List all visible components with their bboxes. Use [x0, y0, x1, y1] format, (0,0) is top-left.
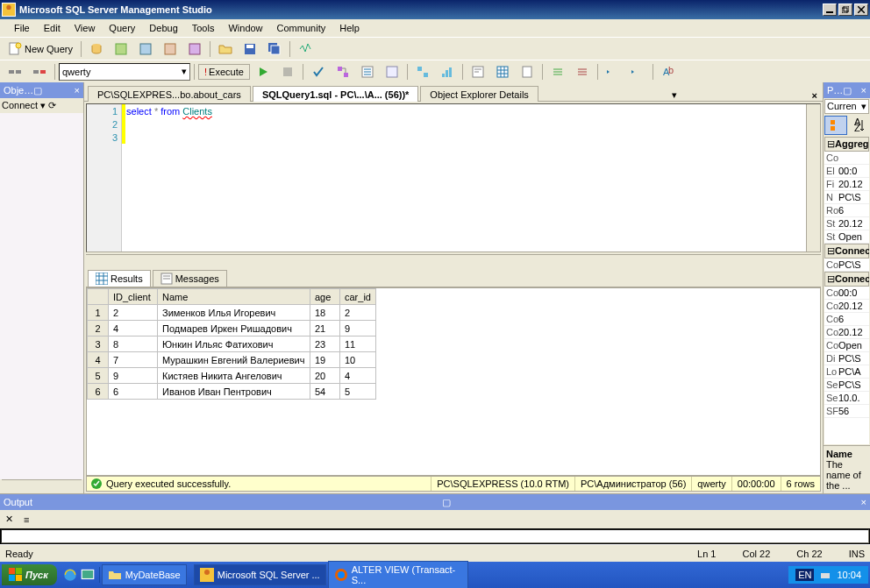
properties-list[interactable]: ⊟ Aggreg Co El00:0 Fi20.12 NPC\S Ro6 St2… — [824, 137, 869, 444]
chevron-down-icon: ▾ — [182, 66, 187, 77]
connect-icon[interactable] — [4, 62, 26, 81]
alphabetical-icon[interactable]: AZ — [848, 116, 870, 135]
specify-values-icon[interactable]: Ab — [657, 62, 680, 81]
language-indicator[interactable]: EN — [795, 569, 814, 581]
stop-icon[interactable] — [276, 62, 299, 81]
properties-object-combo[interactable]: Curren▾ — [824, 99, 869, 114]
connect-button[interactable]: Connect ▾ — [2, 100, 46, 111]
execute-button[interactable]: ! Execute — [198, 64, 250, 80]
editor-scrollbar-h[interactable] — [86, 254, 821, 268]
system-tray[interactable]: EN 10:04 — [788, 566, 868, 584]
svg-rect-8 — [116, 44, 126, 54]
categorized-icon[interactable] — [824, 116, 847, 135]
results-tab[interactable]: Results — [88, 270, 151, 287]
taskbar-item[interactable]: Microsoft SQL Server ... — [194, 564, 326, 585]
status-server: PC\SQLEXPRESS (10.0 RTM) — [431, 477, 574, 491]
tab-dropdown-icon[interactable]: ▾ — [672, 89, 677, 101]
quick-launch — [59, 567, 100, 583]
table-row: 66Иванов Иван Пентрович545 — [88, 384, 376, 400]
query-status-bar: Query executed successfully. PC\SQLEXPRE… — [86, 476, 821, 492]
close-button[interactable] — [854, 4, 868, 16]
menubar: File Edit View Query Debug Tools Window … — [0, 19, 870, 37]
change-connection-icon[interactable] — [28, 62, 51, 81]
svg-rect-52 — [821, 573, 830, 578]
dmx-query-icon[interactable] — [159, 39, 182, 59]
tab-object-explorer-details[interactable]: Object Explorer Details — [420, 86, 538, 102]
debug-icon[interactable] — [252, 62, 275, 81]
database-combo[interactable]: qwerty▾ — [59, 63, 190, 81]
svg-rect-17 — [16, 70, 21, 74]
object-explorer-refresh-icon[interactable]: ⟳ — [48, 100, 56, 111]
menu-file[interactable]: File — [7, 21, 37, 35]
minimize-button[interactable] — [823, 4, 837, 16]
taskbar-item[interactable]: ALTER VIEW (Transact-S... — [328, 561, 468, 588]
analysis-query-icon[interactable] — [110, 39, 132, 59]
menu-help[interactable]: Help — [332, 21, 367, 35]
svg-point-46 — [64, 569, 76, 581]
open-file-icon[interactable] — [214, 39, 237, 59]
results-to-text-icon[interactable] — [467, 62, 489, 81]
menu-community[interactable]: Community — [270, 21, 333, 35]
status-ready: Ready — [5, 549, 33, 559]
svg-rect-28 — [446, 70, 448, 77]
tab-about-cars[interactable]: PC\SQLEXPRES...bo.about_cars — [88, 86, 251, 102]
table-row: 12Зименков Илья Игоревич182 — [88, 305, 376, 321]
results-to-file-icon[interactable] — [516, 62, 538, 81]
output-toggle-icon[interactable]: ≡ — [19, 511, 33, 528]
output-panel: Output▢× ✕ ≡ — [0, 493, 870, 544]
menu-window[interactable]: Window — [221, 21, 269, 35]
intellisense-icon[interactable] — [381, 62, 403, 81]
tray-icon[interactable] — [819, 569, 831, 581]
include-actual-plan-icon[interactable] — [411, 62, 434, 81]
results-to-grid-icon[interactable] — [491, 62, 514, 81]
pin-icon[interactable]: ▢ — [442, 497, 451, 508]
save-all-icon[interactable] — [263, 39, 286, 59]
comment-icon[interactable] — [546, 62, 569, 81]
parse-icon[interactable] — [307, 62, 330, 81]
taskbar-item[interactable]: MyDateBase — [102, 564, 187, 585]
status-rows: 6 rows — [781, 477, 820, 491]
include-stats-icon[interactable] — [436, 62, 459, 81]
pin-icon[interactable]: ▢ — [843, 85, 852, 96]
messages-tab[interactable]: Messages — [153, 270, 227, 287]
start-button[interactable]: Пуск — [2, 564, 57, 585]
decrease-indent-icon[interactable] — [602, 62, 624, 81]
close-tab-icon[interactable]: × — [812, 90, 817, 101]
tab-sqlquery1[interactable]: SQLQuery1.sql - PC\...\A... (56))* — [253, 86, 418, 102]
db-engine-query-icon[interactable] — [85, 39, 108, 59]
increase-indent-icon[interactable] — [626, 62, 649, 81]
uncomment-icon[interactable] — [571, 62, 594, 81]
menu-query[interactable]: Query — [102, 21, 142, 35]
new-query-button[interactable]: New Query — [4, 39, 77, 59]
menu-edit[interactable]: Edit — [37, 21, 68, 35]
clock[interactable]: 10:04 — [837, 570, 861, 580]
editor-scrollbar-v[interactable] — [806, 104, 820, 251]
close-panel-icon[interactable]: × — [75, 85, 80, 96]
output-body[interactable] — [1, 529, 869, 543]
mdx-query-icon[interactable] — [134, 39, 157, 59]
standard-toolbar: New Query — [0, 37, 870, 60]
menu-view[interactable]: View — [68, 21, 103, 35]
menu-debug[interactable]: Debug — [142, 21, 184, 35]
svg-point-1 — [6, 5, 11, 10]
xmla-query-icon[interactable] — [183, 39, 206, 59]
sql-editor[interactable]: 123 select * from Clients — [86, 103, 821, 252]
ie-icon[interactable] — [62, 567, 78, 583]
results-grid[interactable]: ID_clientNameagecar_id 12Зименков Илья И… — [86, 287, 821, 476]
show-desktop-icon[interactable] — [80, 567, 96, 583]
save-icon[interactable] — [239, 39, 261, 59]
svg-rect-16 — [9, 70, 14, 74]
output-clear-icon[interactable]: ✕ — [1, 511, 18, 528]
query-options-icon[interactable] — [356, 62, 379, 81]
estimated-plan-icon[interactable] — [332, 62, 354, 81]
restore-button[interactable] — [838, 4, 852, 16]
menu-tools[interactable]: Tools — [185, 21, 222, 35]
scrollbar-h[interactable] — [2, 479, 82, 493]
object-explorer-tree[interactable] — [0, 113, 83, 479]
activity-monitor-icon[interactable] — [294, 39, 317, 59]
svg-rect-18 — [33, 70, 39, 74]
close-panel-icon[interactable]: × — [861, 497, 866, 507]
object-explorer: Obje…▢× Connect ▾ ⟳ — [0, 82, 84, 493]
close-panel-icon[interactable]: × — [861, 85, 866, 96]
pin-icon[interactable]: ▢ — [33, 85, 42, 96]
